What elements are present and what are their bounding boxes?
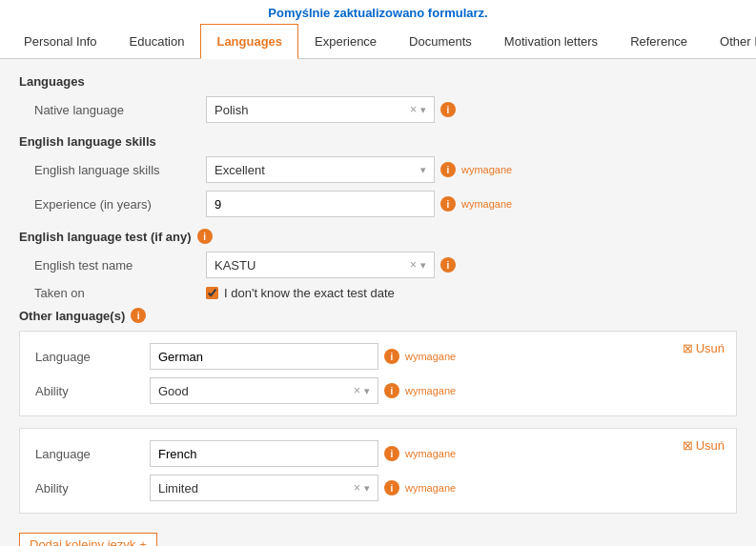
other-languages-info-icon[interactable]: i: [131, 308, 146, 323]
ability-2-arrow-icon: ▾: [364, 482, 370, 495]
test-name-clear[interactable]: ×: [410, 258, 417, 272]
ability-1-arrow-icon: ▾: [364, 385, 370, 397]
native-language-arrow-icon: ▾: [420, 104, 426, 116]
native-language-row: Native language Polish × ▾ i: [19, 96, 737, 123]
tab-experience[interactable]: Experience: [298, 24, 393, 59]
language-1-info-icon[interactable]: i: [384, 349, 399, 364]
ability-2-control: Limited × ▾ i wymagane: [150, 475, 456, 501]
add-language-button[interactable]: Dodaj kolejny język +: [19, 533, 157, 546]
test-name-info-icon[interactable]: i: [440, 257, 456, 273]
test-name-label: English test name: [34, 258, 206, 273]
ability-1-field: Ability Good × ▾ i wymagane: [35, 377, 721, 404]
taken-on-control: I don't know the exact test date: [206, 286, 737, 300]
ability-1-select[interactable]: Good × ▾: [150, 377, 378, 404]
add-language-label: Dodaj kolejny język: [30, 537, 135, 546]
ability-2-label: Ability: [35, 481, 150, 495]
other-languages-section: Other language(s) i ⊠ Usuń Language i wy…: [19, 308, 737, 546]
language-1-label: Language: [35, 350, 150, 364]
remove-icon-1: ⊠: [683, 341, 693, 355]
native-language-value: Polish: [215, 103, 410, 117]
remove-language-1-btn[interactable]: ⊠ Usuń: [683, 341, 725, 355]
languages-section-title: Languages: [19, 74, 737, 89]
language-2-required: wymagane: [405, 448, 456, 459]
native-language-clear[interactable]: ×: [410, 103, 417, 116]
main-content: Languages Native language Polish × ▾ i E…: [0, 59, 756, 546]
tab-languages[interactable]: Languages: [200, 24, 298, 59]
top-message-bar: Pomyślnie zaktualizowano formularz.: [0, 0, 756, 24]
tab-bar: Personal Info Education Languages Experi…: [0, 24, 756, 59]
tab-reference[interactable]: Reference: [614, 24, 704, 59]
english-skills-row: English language skills Excellent ▾ i wy…: [19, 156, 737, 183]
experience-years-required: wymagane: [461, 198, 512, 210]
tab-personal-info[interactable]: Personal Info: [8, 24, 113, 59]
test-name-row: English test name KASTU × ▾ i: [19, 252, 737, 278]
ability-2-required: wymagane: [405, 482, 456, 494]
tab-other-info[interactable]: Other Info: [704, 24, 756, 59]
language-2-control: i wymagane: [150, 440, 456, 467]
english-skills-required: wymagane: [461, 164, 512, 175]
ability-1-required: wymagane: [405, 385, 456, 396]
native-language-select[interactable]: Polish × ▾: [206, 96, 435, 123]
language-2-field: Language i wymagane: [35, 440, 721, 467]
taken-on-checkbox-row: I don't know the exact test date: [206, 286, 395, 300]
remove-label-2: Usuń: [696, 438, 725, 453]
experience-years-control: i wymagane: [206, 191, 737, 217]
ability-1-control: Good × ▾ i wymagane: [150, 377, 456, 404]
native-language-label: Native language: [34, 103, 206, 117]
tab-education[interactable]: Education: [113, 24, 201, 59]
remove-icon-2: ⊠: [683, 438, 693, 453]
language-2-label: Language: [35, 447, 150, 461]
test-name-select[interactable]: KASTU × ▾: [206, 252, 435, 278]
experience-years-row: Experience (in years) i wymagane: [19, 191, 737, 217]
english-skills-label: English language skills: [34, 163, 206, 177]
ability-2-value: Limited: [158, 481, 354, 495]
english-skills-control: Excellent ▾ i wymagane: [206, 156, 737, 183]
language-1-control: i wymagane: [150, 343, 456, 370]
ability-1-clear[interactable]: ×: [354, 384, 360, 397]
tab-documents[interactable]: Documents: [393, 24, 488, 59]
native-language-control: Polish × ▾ i: [206, 96, 737, 123]
english-skills-info-icon[interactable]: i: [440, 162, 456, 177]
remove-label-1: Usuń: [696, 341, 725, 355]
english-skills-arrow-icon: ▾: [420, 164, 426, 176]
ability-1-value: Good: [158, 384, 354, 398]
language-1-required: wymagane: [405, 351, 456, 362]
ability-2-field: Ability Limited × ▾ i wymagane: [35, 475, 721, 501]
other-languages-section-title: Other language(s) i: [19, 308, 737, 323]
ability-1-info-icon[interactable]: i: [384, 383, 399, 398]
language-card-1: ⊠ Usuń Language i wymagane Ability Good …: [19, 331, 737, 416]
experience-years-input[interactable]: [206, 191, 435, 217]
taken-on-row: Taken on I don't know the exact test dat…: [19, 286, 737, 300]
english-skills-section-title: English language skills: [19, 134, 737, 149]
language-1-input[interactable]: [150, 343, 378, 370]
ability-2-select[interactable]: Limited × ▾: [150, 475, 378, 501]
taken-on-checkbox[interactable]: [206, 287, 218, 299]
add-icon: +: [139, 537, 147, 546]
ability-2-info-icon[interactable]: i: [384, 480, 399, 495]
experience-years-label: Experience (in years): [34, 197, 206, 212]
ability-1-label: Ability: [35, 384, 150, 398]
taken-on-label: Taken on: [34, 286, 206, 300]
english-skills-value: Excellent: [215, 163, 420, 177]
english-skills-select[interactable]: Excellent ▾: [206, 156, 435, 183]
ability-2-clear[interactable]: ×: [354, 481, 360, 495]
language-2-input[interactable]: [150, 440, 378, 467]
language-card-2: ⊠ Usuń Language i wymagane Ability Limit…: [19, 428, 737, 514]
test-name-control: KASTU × ▾ i: [206, 252, 737, 278]
english-test-info-icon[interactable]: i: [197, 229, 213, 244]
test-name-arrow-icon: ▾: [420, 259, 426, 272]
success-message: Pomyślnie zaktualizowano formularz.: [268, 6, 487, 20]
language-2-info-icon[interactable]: i: [384, 446, 399, 461]
tab-motivation-letters[interactable]: Motivation letters: [488, 24, 614, 59]
remove-language-2-btn[interactable]: ⊠ Usuń: [683, 438, 725, 453]
language-1-field: Language i wymagane: [35, 343, 721, 370]
test-name-value: KASTU: [215, 258, 410, 273]
taken-on-checkbox-label: I don't know the exact test date: [224, 286, 395, 300]
native-language-info-icon[interactable]: i: [440, 102, 456, 117]
experience-years-info-icon[interactable]: i: [440, 196, 456, 212]
english-test-section-title: English language test (if any) i: [19, 229, 737, 244]
